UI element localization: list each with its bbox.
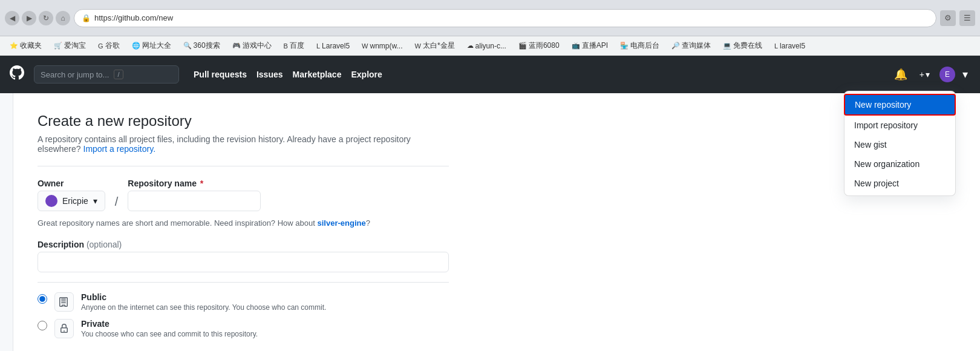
nav-icon: 🌐 xyxy=(132,42,140,50)
bookmark-wnmp[interactable]: W wnmp(w... xyxy=(357,41,407,51)
dropdown-new-project[interactable]: New project xyxy=(844,174,955,193)
page-title: Create a new repository xyxy=(38,113,449,130)
github-logo[interactable] xyxy=(10,65,24,84)
browser-nav-buttons: ◀ ▶ ↻ ⌂ xyxy=(5,11,70,25)
public-text: Public Anyone on the internet can see th… xyxy=(81,292,326,312)
owner-select[interactable]: Ericpie ▾ xyxy=(38,191,105,211)
bookmark-laravel5[interactable]: L laravel5 xyxy=(769,41,810,51)
repo-name-group: Repository name * xyxy=(128,179,261,211)
repo-name-label: Repository name * xyxy=(128,179,261,188)
create-dropdown-menu: New repository Import repository New gis… xyxy=(844,91,956,196)
main-layout: Create a new repository A repository con… xyxy=(0,93,980,351)
user-avatar[interactable]: E xyxy=(939,67,955,82)
search-box[interactable]: Search or jump to... / xyxy=(34,65,179,84)
laravel-icon: L xyxy=(316,42,320,50)
github-navbar: Search or jump to... / Pull requests Iss… xyxy=(0,56,980,93)
bookmark-baidu[interactable]: B 百度 xyxy=(279,39,309,52)
owner-repo-row: Owner Ericpie ▾ / Repository name * xyxy=(38,179,449,211)
suggestion-text: Great repository names are short and mem… xyxy=(38,218,449,228)
navbar-right: 🔔 + ▾ E ▾ xyxy=(892,65,970,84)
suggestion-link[interactable]: silver-engine xyxy=(317,218,365,228)
form-section: Create a new repository A repository con… xyxy=(38,113,449,338)
description-label: Description (optional) xyxy=(38,240,449,249)
laravel5-icon: L xyxy=(774,42,778,50)
url-bar[interactable]: 🔒 https://github.com/new xyxy=(74,9,936,27)
public-option: Public Anyone on the internet can see th… xyxy=(38,292,449,312)
description-input[interactable] xyxy=(38,252,449,272)
notifications-button[interactable]: 🔔 xyxy=(892,65,910,84)
path-separator: / xyxy=(115,195,119,209)
menu-button[interactable]: ☰ xyxy=(959,10,975,26)
bookmark-games[interactable]: 🎮 游戏中心 xyxy=(227,39,276,52)
bookmark-aliyun[interactable]: ☁ aliyun-c... xyxy=(462,41,511,51)
create-menu-button[interactable]: + ▾ xyxy=(915,67,935,82)
dropdown-new-gist[interactable]: New gist xyxy=(844,135,955,154)
bookmark-google[interactable]: G 谷歌 xyxy=(93,39,125,52)
main-nav: Pull requests Issues Marketplace Explore xyxy=(194,70,382,79)
private-radio[interactable] xyxy=(38,321,47,330)
home-button[interactable]: ⌂ xyxy=(56,11,70,25)
nav-marketplace[interactable]: Marketplace xyxy=(293,70,342,79)
ecommerce-icon: 🏪 xyxy=(620,42,629,50)
back-button[interactable]: ◀ xyxy=(5,11,19,25)
wnmp-icon: W xyxy=(362,42,368,50)
taibai-icon: W xyxy=(415,42,421,50)
public-desc: Anyone on the internet can see this repo… xyxy=(81,303,326,312)
public-label: Public xyxy=(81,292,326,302)
taobao-icon: 🛒 xyxy=(54,42,62,50)
url-text: https://github.com/new xyxy=(94,13,173,22)
browser-chrome: ◀ ▶ ↻ ⌂ 🔒 https://github.com/new ⚙ ☰ xyxy=(0,0,980,36)
visibility-radio-group: Public Anyone on the internet can see th… xyxy=(38,292,449,338)
bookmark-live[interactable]: 📺 直播API xyxy=(567,39,613,52)
private-text: Private You choose who can see and commi… xyxy=(81,319,258,338)
bookmark-taobao[interactable]: 🛒 爱淘宝 xyxy=(49,39,91,52)
bookmark-360[interactable]: 🔍 360搜索 xyxy=(178,39,225,52)
nav-explore[interactable]: Explore xyxy=(351,70,382,79)
refresh-button[interactable]: ↻ xyxy=(39,11,53,25)
bookmarks-bar: ⭐ 收藏夹 🛒 爱淘宝 G 谷歌 🌐 网址大全 🔍 360搜索 🎮 游戏中心 B… xyxy=(0,36,980,56)
plus-label: + xyxy=(920,70,924,79)
public-radio[interactable] xyxy=(38,294,47,304)
page-content: Create a new repository A repository con… xyxy=(13,93,786,351)
import-link[interactable]: Import a repository. xyxy=(83,144,156,154)
bookmark-taibai[interactable]: W 太白*金星 xyxy=(410,39,460,52)
lanyv-icon: 🎬 xyxy=(518,42,527,50)
owner-group: Owner Ericpie ▾ xyxy=(38,179,105,211)
owner-avatar xyxy=(45,195,57,207)
nav-issues[interactable]: Issues xyxy=(256,70,283,79)
bookmark-ecommerce[interactable]: 🏪 电商后台 xyxy=(615,39,664,52)
page-subtitle: A repository contains all project files,… xyxy=(38,134,449,154)
browser-action-buttons: ⚙ ☰ xyxy=(940,10,975,26)
forward-button[interactable]: ▶ xyxy=(22,11,36,25)
bookmark-favorites[interactable]: ⭐ 收藏夹 xyxy=(5,39,47,52)
aliyun-icon: ☁ xyxy=(467,42,474,50)
repo-name-input[interactable] xyxy=(128,191,261,211)
bookmark-nav[interactable]: 🌐 网址大全 xyxy=(127,39,176,52)
owner-chevron-icon: ▾ xyxy=(93,196,97,206)
private-icon xyxy=(54,319,74,338)
private-desc: You choose who can see and commit to thi… xyxy=(81,330,258,338)
dropdown-import-repository[interactable]: Import repository xyxy=(844,116,955,135)
nav-pull-requests[interactable]: Pull requests xyxy=(194,70,247,79)
google-icon: G xyxy=(98,42,103,50)
live-icon: 📺 xyxy=(572,42,580,50)
dropdown-new-organization[interactable]: New organization xyxy=(844,154,955,174)
free-icon: 💻 xyxy=(723,42,731,50)
description-group: Description (optional) xyxy=(38,240,449,272)
baidu-icon: B xyxy=(284,42,288,50)
360-icon: 🔍 xyxy=(183,42,192,50)
extensions-button[interactable]: ⚙ xyxy=(940,10,956,26)
games-icon: 🎮 xyxy=(232,42,241,50)
bookmark-free[interactable]: 💻 免费在线 xyxy=(718,39,767,52)
bookmark-lanyv[interactable]: 🎬 蓝雨6080 xyxy=(514,39,564,52)
avatar-dropdown-button[interactable]: ▾ xyxy=(960,65,970,84)
bookmark-query[interactable]: 🔎 查询媒体 xyxy=(667,39,716,52)
dropdown-new-repository[interactable]: New repository xyxy=(844,94,956,116)
bookmark-laravel[interactable]: L Laravel5 xyxy=(312,41,354,51)
favorites-icon: ⭐ xyxy=(10,42,18,50)
query-icon: 🔎 xyxy=(671,42,680,50)
plus-chevron: ▾ xyxy=(926,70,930,79)
public-icon xyxy=(54,292,74,312)
owner-name: Ericpie xyxy=(62,196,88,206)
search-slash: / xyxy=(114,70,123,79)
